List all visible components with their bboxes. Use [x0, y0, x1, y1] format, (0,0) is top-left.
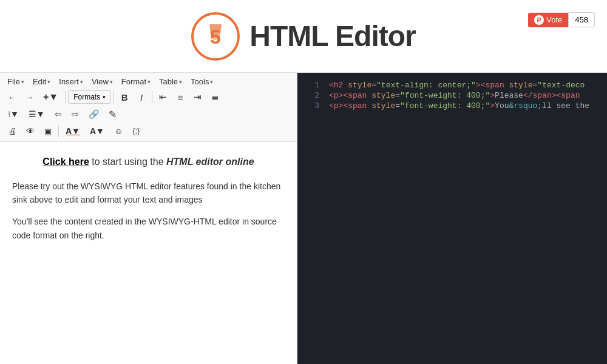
sep1 — [65, 91, 66, 103]
menu-table[interactable]: Table ▾ — [155, 75, 186, 88]
click-here-link[interactable]: Click here — [42, 157, 89, 167]
toolbar-row-3: ⁝▼ ☰▼ ⇦ ⇨ 🔗 ✎ — [4, 106, 293, 122]
editor-content[interactable]: Click here to start using the HTML edito… — [0, 142, 297, 364]
app-title: HTML Editor — [249, 19, 415, 53]
formats-dropdown[interactable]: Formats ▾ — [68, 90, 111, 104]
undo-button[interactable]: ← — [4, 89, 20, 105]
bg-color-button[interactable]: A▼ — [86, 123, 109, 139]
print-button[interactable]: 🖨 — [4, 123, 21, 139]
bold-button[interactable]: B — [117, 89, 132, 105]
emoji-button[interactable]: ☺ — [110, 123, 127, 139]
italic-button[interactable]: I — [134, 89, 149, 105]
ordered-list-button[interactable]: ☰▼ — [24, 106, 49, 122]
vote-label: Vote — [546, 15, 562, 24]
align-right-button[interactable]: ⇥ — [189, 89, 206, 105]
source-panel: 1 <h2 style="text-align: center;"><span … — [297, 73, 607, 364]
heading-line: Click here to start using the HTML edito… — [12, 154, 285, 170]
tools-caret: ▾ — [210, 79, 213, 85]
file-caret: ▾ — [21, 79, 24, 85]
svg-marker-2 — [209, 24, 222, 35]
indent-button[interactable]: ⇨ — [67, 106, 83, 122]
main: File ▾ Edit ▾ Insert ▾ View ▾ Format ▾ — [0, 73, 607, 364]
align-left-button[interactable]: ⇤ — [155, 89, 171, 105]
header: 5 HTML Editor P Vote 458 — [0, 0, 607, 73]
view-caret: ▾ — [110, 79, 113, 85]
p-icon: P — [534, 15, 544, 25]
outdent-button[interactable]: ⇦ — [50, 106, 66, 122]
format-caret: ▾ — [148, 79, 151, 85]
vote-button[interactable]: P Vote — [528, 13, 568, 27]
html5-logo: 5 — [191, 12, 240, 61]
sep4 — [58, 125, 59, 137]
toolbar: File ▾ Edit ▾ Insert ▾ View ▾ Format ▾ — [0, 73, 297, 142]
vote-count: 458 — [568, 12, 595, 27]
heading-italic: HTML editor online — [166, 157, 254, 167]
sep2 — [114, 91, 114, 103]
code-content-2: <p><span style="font-weight: 400;">Pleas… — [329, 91, 600, 100]
justify-button[interactable]: ≣ — [207, 89, 223, 105]
vote-area: P Vote 458 — [528, 12, 595, 27]
code-content-1: <h2 style="text-align: center;"><span st… — [329, 81, 600, 90]
align-center-button[interactable]: ≡ — [172, 89, 188, 105]
heading-text: to start using the — [89, 157, 166, 167]
formats-caret: ▾ — [103, 94, 106, 100]
text-color-button[interactable]: A▼ — [61, 123, 84, 139]
unordered-list-button[interactable]: ⁝▼ — [4, 106, 23, 122]
menu-tools[interactable]: Tools ▾ — [187, 75, 217, 88]
menu-file[interactable]: File ▾ — [4, 75, 28, 88]
menu-format[interactable]: Format ▾ — [118, 75, 154, 88]
insert-caret: ▾ — [80, 79, 83, 85]
line-num-3: 3 — [305, 101, 319, 110]
edit-caret: ▾ — [47, 79, 50, 85]
code-line-2: 2 <p><span style="font-weight: 400;">Ple… — [297, 90, 607, 101]
editor-panel: File ▾ Edit ▾ Insert ▾ View ▾ Format ▾ — [0, 73, 297, 364]
redo-button[interactable]: → — [21, 89, 38, 105]
link-button[interactable]: 🔗 — [84, 106, 103, 122]
menu-insert[interactable]: Insert ▾ — [55, 75, 87, 88]
toolbar-row-4: 🖨 👁 ▣ A▼ A▼ ☺ {;} — [4, 123, 293, 139]
code-line-1: 1 <h2 style="text-align: center;"><span … — [297, 80, 607, 90]
line-num-2: 2 — [305, 91, 319, 100]
table-caret: ▾ — [179, 79, 182, 85]
code-content-3: <p><span style="font-weight: 400;">You&r… — [329, 101, 600, 110]
add-button[interactable]: +▼ — [39, 89, 63, 105]
sep3 — [152, 91, 152, 103]
image-button[interactable]: ✎ — [104, 106, 121, 122]
editor-para1: Please try out the WYSIWYG HTML editor f… — [12, 180, 285, 207]
menu-view[interactable]: View ▾ — [88, 75, 117, 88]
code-view-button[interactable]: ▣ — [40, 123, 56, 139]
editor-para2: You'll see the content created in the WY… — [12, 215, 285, 242]
code-line-3: 3 <p><span style="font-weight: 400;">You… — [297, 101, 607, 111]
code-button[interactable]: {;} — [128, 123, 144, 139]
menu-edit[interactable]: Edit ▾ — [29, 75, 54, 88]
logo-area: 5 HTML Editor — [191, 12, 415, 61]
line-num-1: 1 — [305, 81, 319, 90]
menu-row: File ▾ Edit ▾ Insert ▾ View ▾ Format ▾ — [4, 75, 293, 88]
preview-button[interactable]: 👁 — [22, 123, 39, 139]
toolbar-row-2: ← → +▼ Formats ▾ B I ⇤ ≡ ⇥ ≣ — [4, 89, 293, 105]
